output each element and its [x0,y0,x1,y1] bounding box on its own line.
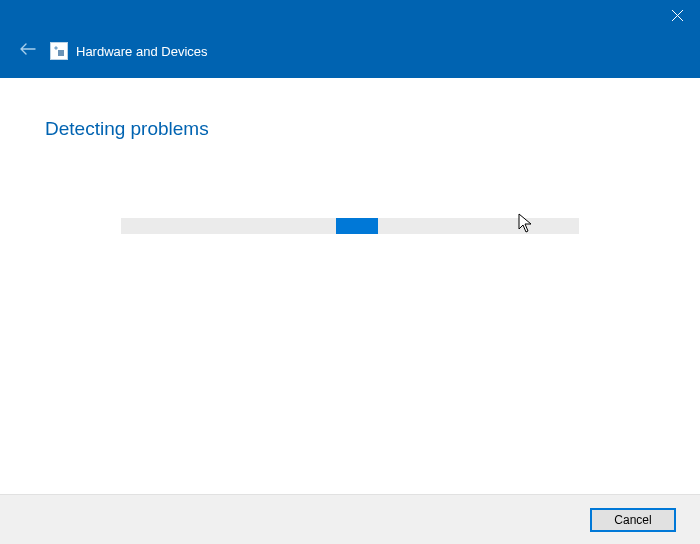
back-arrow-icon [20,42,36,58]
svg-rect-2 [58,50,64,56]
troubleshooter-icon [50,42,68,60]
progress-chunk [336,218,378,234]
close-icon [672,10,683,21]
footer: Cancel [0,494,700,544]
cancel-button[interactable]: Cancel [590,508,676,532]
title-wrap: Hardware and Devices [50,42,208,60]
page-heading: Detecting problems [45,118,655,140]
titlebar: Hardware and Devices [0,0,700,78]
close-button[interactable] [655,0,700,30]
content-area: Detecting problems [0,78,700,234]
window-title: Hardware and Devices [76,44,208,59]
progress-bar [121,218,579,234]
